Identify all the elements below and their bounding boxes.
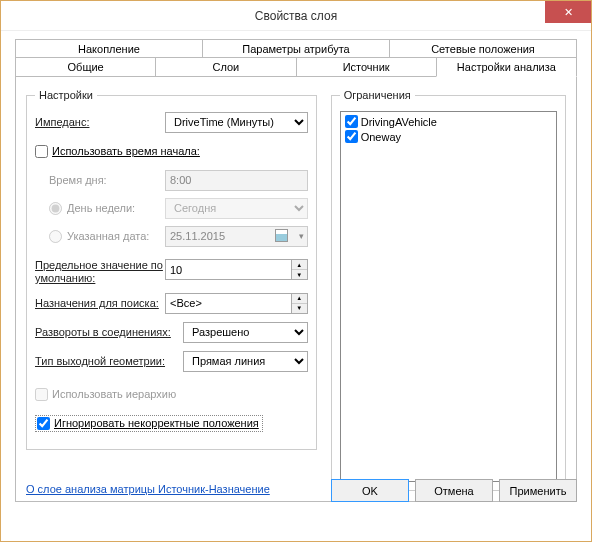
restriction-label: Oneway	[361, 131, 401, 143]
spin-up-icon[interactable]: ▲	[292, 294, 307, 304]
day-of-week-label: День недели:	[67, 202, 135, 214]
chevron-down-icon: ▾	[299, 231, 304, 241]
default-cutoff-input[interactable]	[165, 259, 292, 280]
use-hierarchy-input	[35, 388, 48, 401]
day-of-week-radio	[49, 202, 62, 215]
restriction-checkbox[interactable]	[345, 130, 358, 143]
tab-attr-params[interactable]: Параметры атрибута	[202, 39, 390, 58]
time-of-day-input	[165, 170, 308, 191]
use-start-time-input[interactable]	[35, 145, 48, 158]
about-layer-link[interactable]: О слое анализа матрицы Источник-Назначен…	[26, 483, 270, 495]
restriction-label: DrivingAVehicle	[361, 116, 437, 128]
use-start-time-label: Использовать время начала:	[52, 145, 200, 157]
destinations-label: Назначения для поиска:	[35, 297, 165, 309]
restrictions-legend: Ограничения	[340, 89, 415, 101]
window-title: Свойства слоя	[255, 9, 337, 23]
ignore-invalid-checkbox[interactable]: Игнорировать некорректные положения	[35, 415, 263, 432]
time-of-day-label: Время дня:	[49, 174, 165, 186]
tab-source[interactable]: Источник	[296, 57, 437, 77]
tab-accumulation[interactable]: Накопление	[15, 39, 203, 58]
close-icon: ✕	[564, 6, 573, 19]
ok-button[interactable]: OK	[331, 479, 409, 502]
tab-analysis-settings[interactable]: Настройки анализа	[436, 57, 577, 77]
tab-layers[interactable]: Слои	[155, 57, 296, 77]
restriction-item[interactable]: DrivingAVehicle	[343, 114, 554, 129]
destinations-input[interactable]	[165, 293, 292, 314]
spin-up-icon[interactable]: ▲	[292, 260, 307, 270]
default-cutoff-spinner[interactable]: ▲ ▼	[292, 259, 308, 280]
tab-general[interactable]: Общие	[15, 57, 156, 77]
restriction-checkbox[interactable]	[345, 115, 358, 128]
close-button[interactable]: ✕	[545, 1, 591, 23]
specific-date-label: Указанная дата:	[67, 230, 149, 242]
impedance-select[interactable]: DriveTime (Минуты)	[165, 112, 308, 133]
use-start-time-checkbox[interactable]: Использовать время начала:	[35, 145, 200, 158]
impedance-label: Импеданс:	[35, 116, 165, 128]
specific-date-radio	[49, 230, 62, 243]
spin-down-icon[interactable]: ▼	[292, 270, 307, 279]
spin-down-icon[interactable]: ▼	[292, 304, 307, 313]
settings-legend: Настройки	[35, 89, 97, 101]
cancel-button[interactable]: Отмена	[415, 479, 493, 502]
apply-button[interactable]: Применить	[499, 479, 577, 502]
calendar-icon	[275, 229, 288, 242]
uturns-label: Развороты в соединениях:	[35, 326, 183, 338]
settings-group: Настройки Импеданс: DriveTime (Минуты)	[26, 89, 317, 450]
use-hierarchy-checkbox: Использовать иерархию	[35, 388, 176, 401]
restrictions-group: Ограничения DrivingAVehicle Oneway	[331, 89, 566, 491]
restrictions-list[interactable]: DrivingAVehicle Oneway	[340, 111, 557, 482]
ignore-invalid-label: Игнорировать некорректные положения	[54, 417, 259, 429]
default-cutoff-label: Предельное значение по умолчанию:	[35, 259, 165, 285]
use-hierarchy-label: Использовать иерархию	[52, 388, 176, 400]
output-geom-label: Тип выходной геометрии:	[35, 355, 183, 367]
restriction-item[interactable]: Oneway	[343, 129, 554, 144]
day-of-week-select: Сегодня	[165, 198, 308, 219]
destinations-spinner[interactable]: ▲ ▼	[292, 293, 308, 314]
output-geom-select[interactable]: Прямая линия	[183, 351, 308, 372]
tab-network-locations[interactable]: Сетевые положения	[389, 39, 577, 58]
uturns-select[interactable]: Разрешено	[183, 322, 308, 343]
titlebar: Свойства слоя ✕	[1, 1, 591, 31]
ignore-invalid-input[interactable]	[37, 417, 50, 430]
